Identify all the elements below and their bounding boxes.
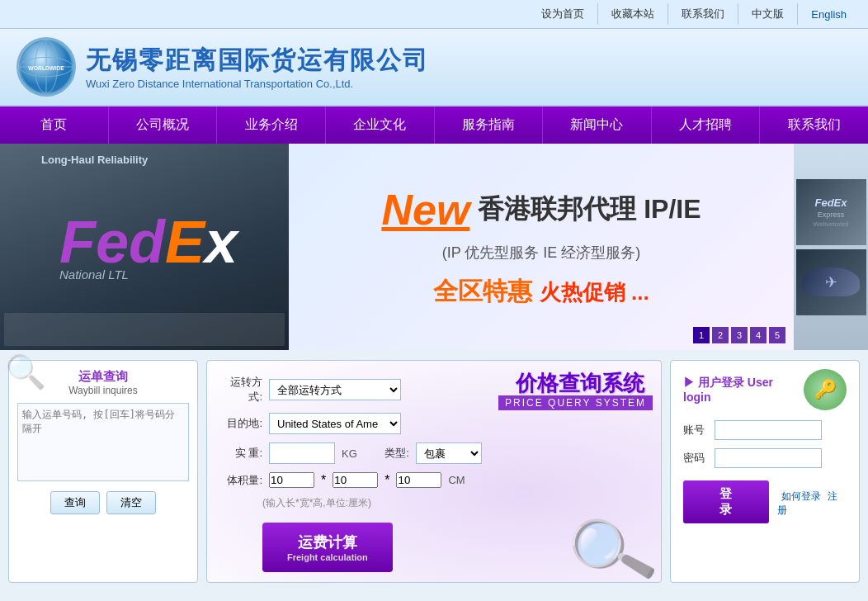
nav-contact[interactable]: 联系我们 xyxy=(760,106,868,144)
banner-right: FedEx Express Welivetodeli ✈ xyxy=(794,144,868,350)
bottom-section: 🔍 运单查询 Waybill inquires 查询 清空 价格查询系统 PRI… xyxy=(0,350,868,593)
nav-business[interactable]: 业务介绍 xyxy=(217,106,326,144)
dest-label: 目的地: xyxy=(217,416,262,431)
price-query-box: 价格查询系统 PRICE QUERY SYSTEM 运转方式: 全部运转方式 空… xyxy=(206,360,662,583)
login-button[interactable]: 登 录 xyxy=(683,480,769,523)
topbar-bookmark[interactable]: 收藏本站 xyxy=(598,3,668,25)
dot-2[interactable]: 2 xyxy=(712,327,729,343)
fedex-tagline: Long-Haul Reliability xyxy=(41,154,148,166)
topbar-chinese[interactable]: 中文版 xyxy=(738,3,798,25)
login-header: ▶ 用户登录 User login 🔑 xyxy=(683,369,847,410)
main-nav: 首页 公司概况 业务介绍 企业文化 服务指南 新闻中心 人才招聘 联系我们 xyxy=(0,106,868,144)
weight-label: 实 重: xyxy=(217,446,262,461)
topbar-english[interactable]: English xyxy=(798,5,860,24)
vol3-input[interactable] xyxy=(396,472,441,488)
banner-subtitle: (IP 优先型服务 IE 经济型服务) xyxy=(442,243,641,263)
login-box: ▶ 用户登录 User login 🔑 账号 密码 登 录 如何登录 注册 xyxy=(670,360,860,583)
transport-select[interactable]: 全部运转方式 空运 海运 快递 xyxy=(269,379,401,400)
weight-input[interactable] xyxy=(269,442,335,464)
banner-left: Long-Haul Reliability FedEx National LTL xyxy=(0,144,289,350)
calc-button[interactable]: 运费计算 Freight calculation xyxy=(262,523,393,572)
how-to-login-link[interactable]: 如何登录 xyxy=(781,490,821,502)
transport-label: 运转方式: xyxy=(217,375,262,405)
waybill-box: 🔍 运单查询 Waybill inquires 查询 清空 xyxy=(8,360,198,583)
nav-service[interactable]: 服务指南 xyxy=(435,106,544,144)
company-name-en: Wuxi Zero Distance International Transpo… xyxy=(86,78,429,90)
banner-title-zh: 香港联邦代理 IP/IE xyxy=(478,192,701,228)
banner: Long-Haul Reliability FedEx National LTL… xyxy=(0,144,868,350)
waybill-input[interactable] xyxy=(17,403,189,481)
logo-globe: WORLDWIDE xyxy=(17,37,76,97)
company-name-area: 无锡零距离国际货运有限公司 Wuxi Zero Distance Interna… xyxy=(86,44,429,90)
password-input[interactable] xyxy=(715,448,822,468)
nav-about[interactable]: 公司概况 xyxy=(109,106,218,144)
password-label: 密码 xyxy=(683,451,708,466)
header: WORLDWIDE 无锡零距离国际货运有限公司 Wuxi Zero Distan… xyxy=(0,29,868,106)
dot-1[interactable]: 1 xyxy=(693,327,710,343)
svg-text:WORLDWIDE: WORLDWIDE xyxy=(28,65,64,71)
fedex-logo: FedEx xyxy=(59,212,238,272)
waybill-query-btn[interactable]: 查询 xyxy=(50,491,100,514)
type-label: 类型: xyxy=(364,446,409,461)
dot-5[interactable]: 5 xyxy=(769,327,785,343)
logo-area: WORLDWIDE 无锡零距离国际货运有限公司 Wuxi Zero Distan… xyxy=(17,37,429,97)
nav-culture[interactable]: 企业文化 xyxy=(326,106,435,144)
type-select[interactable]: 包裹 文件 货物 xyxy=(416,442,482,464)
banner-right-img2: ✈ xyxy=(796,249,866,315)
login-links: 如何登录 注册 xyxy=(777,490,847,518)
banner-new-label: New xyxy=(381,185,469,234)
banner-promo: 全区特惠 火热促销 ... xyxy=(433,275,649,309)
username-label: 账号 xyxy=(683,423,708,438)
banner-right-img1: FedEx Express Welivetodeli xyxy=(796,179,866,245)
dot-3[interactable]: 3 xyxy=(731,327,748,343)
top-bar: 设为首页 收藏本站 联系我们 中文版 English xyxy=(0,0,868,29)
vol2-input[interactable] xyxy=(333,472,378,488)
waybill-clear-btn[interactable]: 清空 xyxy=(106,491,156,514)
weight-unit: KG xyxy=(342,447,357,460)
vol-hint: (输入长*宽*高,单位:厘米) xyxy=(262,496,371,510)
fedex-sub: National LTL xyxy=(59,267,129,282)
nav-home[interactable]: 首页 xyxy=(0,106,109,144)
dot-4[interactable]: 4 xyxy=(750,327,767,343)
company-name-zh: 无锡零距离国际货运有限公司 xyxy=(86,44,429,78)
topbar-contact[interactable]: 联系我们 xyxy=(668,3,738,25)
nav-recruit[interactable]: 人才招聘 xyxy=(652,106,761,144)
nav-news[interactable]: 新闻中心 xyxy=(543,106,652,144)
topbar-set-home[interactable]: 设为首页 xyxy=(528,3,598,25)
vol1-input[interactable] xyxy=(269,472,314,488)
volume-label: 体积量: xyxy=(217,473,262,488)
dest-select[interactable]: United States of Ame China Japan xyxy=(269,413,401,434)
banner-dots: 1 2 3 4 5 xyxy=(693,327,785,343)
username-input[interactable] xyxy=(715,420,822,440)
key-icon: 🔑 xyxy=(804,369,847,410)
vol-unit: CM xyxy=(448,474,465,486)
login-title: ▶ 用户登录 User login xyxy=(683,376,797,404)
banner-center: New 香港联邦代理 IP/IE (IP 优先型服务 IE 经济型服务) 全区特… xyxy=(289,144,794,350)
